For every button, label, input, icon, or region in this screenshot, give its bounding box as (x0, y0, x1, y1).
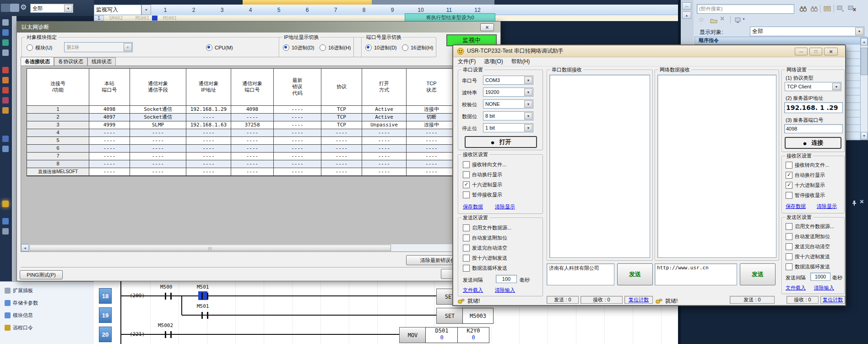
pause-recv-checkbox[interactable] (786, 192, 792, 199)
delete-icon[interactable]: × (720, 15, 724, 23)
dialog-titlebar[interactable]: 以太网诊断 (17, 22, 500, 33)
find-next-icon[interactable] (798, 5, 808, 13)
parity-dropdown[interactable]: NONE ▼ (483, 99, 533, 109)
scroll-down-button[interactable]: ▼ (861, 132, 868, 140)
chevron-down-icon[interactable]: ▼ (832, 83, 841, 90)
mdi-tab-active[interactable] (243, 0, 372, 5)
loop-send-checkbox[interactable] (463, 265, 470, 272)
network-receive-area[interactable] (657, 75, 776, 258)
alert-icon[interactable] (2, 201, 9, 207)
watch-icon-2[interactable] (2, 146, 9, 152)
serial-reset-counter[interactable]: 复位计数 (624, 296, 653, 304)
section-header-sequence[interactable]: 顺序指令 (694, 37, 867, 44)
panel-vscroll[interactable]: ▲ ▼ (860, 38, 868, 140)
load-file-link[interactable]: 文件载入 (786, 284, 806, 291)
auto-hide-pin-icon[interactable] (850, 199, 859, 207)
chevron-down-icon[interactable]: ▼ (524, 76, 532, 84)
monitor-write-combo[interactable]: 监视写入 (94, 5, 141, 15)
usr-minimize-button[interactable]: — (795, 48, 808, 55)
output-panel-icon[interactable] (2, 228, 9, 235)
menu-file[interactable]: 文件(F) (458, 58, 476, 66)
clear-search-icon[interactable] (847, 5, 857, 13)
instruction-block[interactable]: MOV (399, 327, 426, 343)
network-reset-counter[interactable]: 复位计数 (820, 296, 845, 304)
ip-hex-radio[interactable] (320, 44, 326, 51)
table-hscroll[interactable]: ◄ ||| ► (21, 244, 497, 251)
scope-dropdown[interactable]: 全部 ▼ (30, 4, 73, 13)
data-bits-dropdown[interactable]: 8 bit ▼ (483, 111, 533, 120)
favorite-star-icon[interactable]: ☆ (698, 16, 704, 24)
contact[interactable] (170, 331, 172, 338)
auto-append-checkbox[interactable] (463, 235, 470, 241)
operand-box[interactable]: K2Y0 0 (457, 327, 489, 343)
panel-close-icon[interactable]: × (860, 197, 864, 205)
scroll-up-button[interactable]: ▲ (682, 11, 691, 19)
split-box[interactable]: — (682, 2, 691, 10)
ping-test-button[interactable]: PING测试(P) (20, 270, 63, 279)
tree-item-module-info[interactable]: 模块信息 (5, 311, 33, 319)
search-input[interactable]: (部件搜索) (697, 4, 794, 14)
hex-display-checkbox[interactable]: ✓ (786, 182, 792, 189)
watch-icon-1[interactable] (2, 136, 9, 142)
module-icon[interactable] (2, 29, 9, 36)
dialog-close-button[interactable]: × (480, 23, 494, 31)
module-radio[interactable] (27, 44, 33, 51)
scroll-up-button[interactable]: ▲ (861, 38, 868, 46)
contact[interactable] (165, 293, 166, 300)
usr-maximize-button[interactable]: □ (809, 48, 822, 55)
contact[interactable] (165, 331, 166, 338)
scroll-left-button[interactable]: ◄ (21, 244, 29, 251)
tree-item-expansion-board[interactable]: 扩展插板 (5, 286, 33, 295)
new-folder-icon[interactable] (709, 16, 718, 25)
project-icon[interactable] (2, 19, 9, 26)
send-interval-input[interactable]: 100 (496, 275, 517, 283)
stop-bits-dropdown[interactable]: 1 bit ▼ (483, 123, 533, 132)
port-hex-radio[interactable] (402, 44, 408, 51)
chevron-down-icon[interactable]: ▼ (855, 27, 863, 35)
find-panel-icon[interactable] (2, 218, 9, 224)
chevron-down-icon[interactable]: ▼ (64, 5, 72, 12)
device-icon-2[interactable] (2, 77, 9, 83)
serial-send-button[interactable]: 发送 (617, 263, 653, 285)
network-send-button[interactable]: 发送 (740, 263, 776, 285)
usr-titlebar[interactable]: USR-TCP232-Test 串口转网络调试助手 (453, 45, 845, 57)
baud-rate-dropdown[interactable]: 19200 ▼ (483, 87, 533, 97)
loop-send-checkbox[interactable] (786, 263, 792, 270)
contact[interactable] (207, 312, 208, 319)
pause-recv-checkbox[interactable] (463, 191, 470, 198)
protocol-type-dropdown[interactable]: TCP Client ▼ (785, 82, 841, 91)
recv-to-file-checkbox[interactable] (463, 161, 470, 168)
save-data-link[interactable]: 保存数据 (786, 203, 806, 210)
port-dec-radio[interactable] (365, 44, 372, 51)
monitor-write-dropdown-button[interactable]: ▼ (141, 5, 151, 15)
chevron-down-icon[interactable]: ▼ (524, 88, 532, 96)
serial-receive-area[interactable] (549, 75, 650, 258)
chevron-down-icon[interactable]: ▼ (524, 124, 532, 131)
com-port-dropdown[interactable]: COM3 ▼ (483, 76, 533, 85)
gear-icon[interactable]: ⚙ (20, 3, 27, 11)
open-serial-button[interactable]: ● 打开 (465, 136, 537, 148)
menu-options[interactable]: 选项(O) (484, 58, 503, 66)
clear-after-send-checkbox[interactable] (786, 243, 792, 250)
clear-input-link[interactable]: 清除输入 (814, 284, 834, 291)
editor-vscroll[interactable]: — ▲ (681, 0, 694, 44)
chevron-down-icon[interactable]: ▼ (524, 112, 532, 120)
menu-help[interactable]: 帮助(H) (511, 58, 530, 66)
panes-icon[interactable] (10, 4, 19, 12)
chevron-down-icon[interactable]: ▼ (742, 17, 745, 21)
layout-icon[interactable] (1, 4, 10, 12)
tree-item-memory-card[interactable]: 存储卡参数 (5, 299, 38, 307)
file-data-source-checkbox[interactable] (786, 223, 792, 230)
module-select[interactable]: 第1块 ▼ (64, 42, 133, 52)
operand-box[interactable]: D501 0 (425, 327, 458, 343)
device-icon-4[interactable] (2, 97, 9, 104)
program-icon[interactable] (2, 39, 9, 46)
server-port-input[interactable]: 4098 (784, 124, 843, 133)
scroll-thumb[interactable]: ||| (29, 245, 391, 251)
save-data-link[interactable]: 保存数据 (463, 203, 483, 210)
operand-box[interactable]: M5003 (462, 308, 494, 324)
usr-close-button[interactable]: × (824, 48, 838, 55)
clear-display-link[interactable]: 清除显示 (817, 203, 837, 210)
display-filter-icon[interactable] (734, 16, 743, 24)
chevron-down-icon[interactable]: ▼ (524, 100, 532, 108)
